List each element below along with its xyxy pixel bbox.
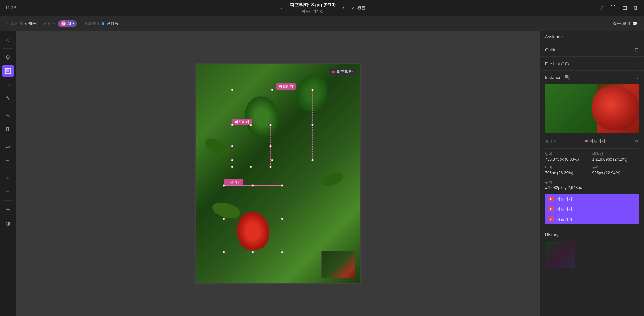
split-icon-button[interactable]: ⧉ [632,4,639,12]
instance-name-1: 파프리카 [556,196,633,202]
class-value-row: 파프리카 [585,138,605,144]
assignee-info: 담당자 AI AI ▾ [44,20,77,27]
back-tool-button[interactable]: ← [2,154,14,166]
grid-icon-button[interactable]: ⊞ [621,3,628,12]
file-subtitle: 파프리카사진 [301,9,324,14]
complete-button[interactable]: ✓ 완료 [351,5,366,11]
status-info: 작업상태 진행중 [83,21,118,26]
history-thumbnail [545,241,575,268]
guide-title: Guide [545,47,557,52]
instance-chevron-1: › [636,197,637,201]
toolbar-separator-4 [3,169,13,169]
toolbar-separator-2 [3,107,13,107]
cut-tool-button[interactable]: ✂ [2,110,14,122]
area-label: 넓이 [545,151,592,156]
canvas-area[interactable]: 파프리카 파프리카 [16,31,540,316]
complete-label: 완료 [357,5,366,11]
file-list-chevron-button[interactable]: › [636,60,639,67]
tag-tool-button[interactable] [2,65,14,77]
check-icon: ✓ [351,5,355,10]
instance-header-left: Instance 🔍 [545,74,571,81]
instance-name-2: 파프리카 [556,206,633,212]
width-value: 795px (26.29%) [545,171,592,175]
file-list-section: File List (10) › [540,57,644,71]
expand-icon-button[interactable]: ⤢ [598,3,605,12]
top-bar: 11.2.5 ‹ 파프리카_8.jpg (9/10) 파프리카사진 › ✓ 완료… [0,0,644,16]
history-title: History [545,232,558,237]
image-container[interactable]: 파프리카 파프리카 [195,63,361,284]
instance-title: Instance [545,75,561,80]
height-value: 925px (22.94%) [592,171,640,175]
sub-bar: 작업단계 라벨링 담당자 AI AI ▾ 작업상태 진행중 질문 보기 💬 [0,16,644,31]
next-file-button[interactable]: › [340,3,347,13]
status-value: 진행중 [106,21,118,26]
area-prop: 넓이 735,375px (6.03%) [545,150,592,163]
collapse-tool-button[interactable]: ◁ [2,34,14,46]
class-row: 클래스 파프리카 ✏ [545,136,639,147]
sub-bar-left: 작업단계 라벨링 담당자 AI AI ▾ 작업상태 진행중 [7,20,118,27]
toolbar-separator-1 [3,48,13,49]
class-edit-button[interactable]: ✏ [634,137,639,144]
svg-rect-1 [6,69,9,72]
assignee-label: 담당자 [44,21,56,26]
history-header: History › [545,231,639,238]
toolbar-separator-3 [3,138,13,138]
pepper-green-2 [293,71,331,115]
file-list-title: File List (10) [545,61,569,66]
history-thumb-image [545,241,575,268]
pepper-green-1 [242,94,282,140]
rect-tool-button[interactable]: ▭ [2,78,14,90]
instance-item-2[interactable]: ■ 파프리카 › [545,204,639,214]
zoom-out-tool-button[interactable]: − [2,186,14,198]
transform-tool-button[interactable]: ⤡ [2,92,14,104]
leaf-2 [319,170,345,189]
tag-dot-icon [332,71,335,73]
move-tool-button[interactable]: ✥ [2,51,14,64]
thumb-green-area [545,84,597,133]
assignee-title: Assignee [545,34,563,39]
step-info: 작업단계 라벨링 [7,21,37,26]
pepper-red [235,210,271,252]
instance-name-3: 파프리카 [556,216,633,222]
position-value: x:1,082px, y:2,648px [545,185,639,190]
instance-chevron-3: › [636,218,637,221]
instance-item-1[interactable]: ■ 파프리카 › [545,194,639,204]
fullscreen-icon-button[interactable]: ⛶ [609,4,617,12]
ai-avatar: AI [61,21,66,26]
position-label: 위치 [545,180,639,185]
undo-tool-button[interactable]: ↩ [2,141,14,153]
minimap[interactable] [321,251,355,278]
left-toolbar: ◁ ✥ ▭ ⤡ ✂ 🗑 ↩ ← + − ☀ ◑ [0,31,16,316]
guide-section: Guide ⊟ [540,43,644,57]
leaf-1 [202,135,232,160]
instance-list: ■ 파프리카 › ■ 파프리카 › ■ 파프리카 › [545,194,639,224]
question-view-button[interactable]: 질문 보기 💬 [613,21,637,26]
image-tag: 파프리카 [329,68,356,76]
class-label: 클래스 [545,139,556,144]
status-dot-icon [102,22,104,25]
toolbar-separator-5 [3,200,13,201]
diagonal-value: 1,219.69px (24.2%) [592,157,640,162]
history-expand-button[interactable]: › [636,231,639,238]
ai-label: AI [67,21,71,26]
ai-badge[interactable]: AI AI ▾ [58,20,77,27]
instance-search-button[interactable]: 🔍 [564,74,571,81]
leaf-3 [211,200,242,221]
instance-collapse-button[interactable]: › [636,74,639,81]
instance-header: Instance 🔍 › [545,74,639,81]
main-area: ◁ ✥ ▭ ⤡ ✂ 🗑 ↩ ← + − ☀ ◑ [0,31,644,316]
ai-chevron-icon: ▾ [72,22,74,25]
guide-filter-button[interactable]: ⊟ [634,46,639,53]
brightness-tool-button[interactable]: ☀ [2,203,14,215]
annotation-image [196,64,360,283]
contrast-tool-button[interactable]: ◑ [2,217,14,229]
prev-file-button[interactable]: ‹ [278,3,286,13]
instance-thumbnail [545,84,639,133]
instance-item-3[interactable]: ■ 파프리카 › [545,214,639,224]
top-bar-center: ‹ 파프리카_8.jpg (9/10) 파프리카사진 › ✓ 완료 [278,2,366,14]
delete-tool-button[interactable]: 🗑 [2,123,14,135]
assignee-section: Assignee [540,31,644,43]
step-value: 라벨링 [25,21,37,26]
diagonal-label: 대각선 [592,151,640,156]
zoom-in-tool-button[interactable]: + [2,172,14,184]
